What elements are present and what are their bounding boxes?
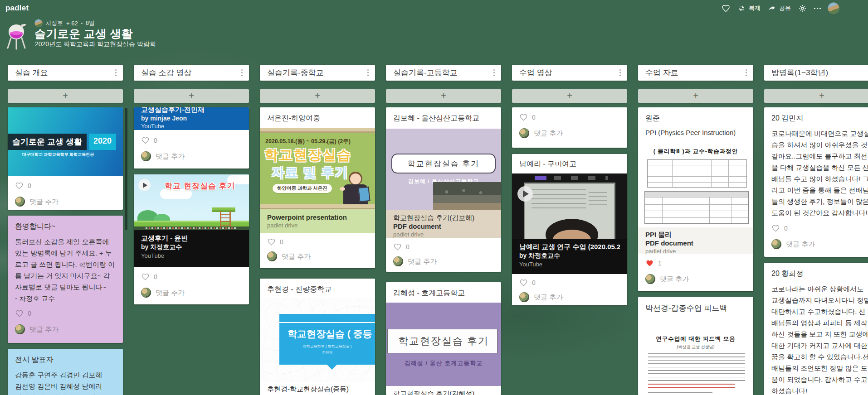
column-menu-icon[interactable] <box>492 67 497 78</box>
column-title: 수업 영상 <box>519 67 618 78</box>
attachment-preview[interactable]: 학교현장실습 후기 김혜성 / 울산 호계고등학교 <box>386 303 501 386</box>
slide-block: 학교현장실습 ( 중등 과학교육학부 ( 화학교육전공 ) 추현경 <box>279 314 375 365</box>
play-icon[interactable] <box>138 179 151 191</box>
add-post-button[interactable]: + <box>260 89 375 103</box>
banner-title: 슬기로운 교생 생활 <box>8 134 87 150</box>
column-header-overview[interactable]: 실습 개요 <box>8 65 123 81</box>
attachment-title: PPI 물리 <box>645 231 746 239</box>
heart-icon[interactable] <box>141 273 150 281</box>
add-comment-button[interactable]: 댓글 추가 <box>645 274 746 284</box>
add-comment-button[interactable]: 댓글 추가 <box>393 256 494 266</box>
attachment-preview[interactable]: 학교현장실습 후기 김보혜 / 울산삼산고등학교 <box>386 129 501 210</box>
card-video-jeonminjae[interactable]: 교생실습후기-전민재 by minjae Jeon YouTube 0 댓글 추… <box>134 107 249 169</box>
card-kimhyesung[interactable]: 김혜성 - 호계고등학교 학교현장실습 후기 김혜성 / 울산 호계고등학교 학… <box>386 282 501 395</box>
share-button[interactable]: 공유 <box>768 4 791 13</box>
column-menu-icon[interactable] <box>113 67 118 78</box>
column-menu-icon[interactable] <box>366 67 371 78</box>
author-avatar[interactable] <box>35 19 42 27</box>
add-post-button[interactable]: + <box>512 89 627 103</box>
card-intro-banner[interactable]: 슬기로운 교생 생활 2020 대구대학교 과학교육학부 화학교육전공 0 댓글… <box>8 107 123 210</box>
add-comment-button[interactable]: 댓글 추가 <box>771 239 868 249</box>
add-comment-button[interactable]: 댓글 추가 <box>519 292 620 302</box>
attachment-caption[interactable]: 학교현장실습 후기(김보혜) PDF document padlet drive <box>386 210 501 238</box>
add-comment-button[interactable]: 댓글 추가 <box>15 324 116 334</box>
heart-icon[interactable] <box>519 113 528 121</box>
attachment-caption[interactable]: 추현경-학교현장실습(중등) <box>260 382 375 395</box>
add-comment-button[interactable]: 댓글 추가 <box>519 128 620 138</box>
add-comment-button[interactable]: 댓글 추가 <box>267 251 368 261</box>
card-presenters[interactable]: 전시 발표자 강동훈 구연주 김경민 김보혜 김선영 김은비 김혜성 남예리 박… <box>8 349 123 395</box>
add-post-button[interactable]: + <box>134 89 249 103</box>
heart-icon[interactable] <box>141 136 150 145</box>
card-wonjun[interactable]: 원준 PPI (Physics Peer Instruction) ( 물리학Ⅱ… <box>638 107 753 291</box>
heart-icon[interactable] <box>15 182 24 190</box>
add-comment-button[interactable]: 댓글 추가 <box>141 151 242 161</box>
heart-icon[interactable] <box>393 243 402 251</box>
column-menu-icon[interactable] <box>744 67 749 78</box>
card-video-yoonbin[interactable]: 학교 현장실습 후기 교생후기 - 윤빈 by 차정호교수 YouTube 0 … <box>134 174 249 304</box>
post-body: 코로나라는 아쉬운 상황에서도 교생실습까지 다녀오시다니 정말 대단하시고 수… <box>764 280 868 395</box>
column-header-lessonvideos[interactable]: 수업 영상 <box>512 65 627 81</box>
preview-title-line2: 자료 및 후기 <box>272 164 349 181</box>
attachment-preview[interactable]: 연구수업에 대한 피드백 모음 (박선경 교생 선생님) <box>638 319 753 395</box>
card-likes-only[interactable]: 0 댓글 추가 <box>512 107 627 148</box>
column-title: 수업 자료 <box>645 67 744 78</box>
attachment-preview[interactable]: 2020.05.18.(월) ~ 05.29.(금) (2주) 학교현장실습 자… <box>260 128 375 209</box>
video-thumbnail[interactable] <box>512 173 627 239</box>
add-comment-button[interactable]: 댓글 추가 <box>15 197 116 207</box>
padlet-logo[interactable]: padlet <box>5 4 29 13</box>
add-post-button[interactable]: + <box>8 89 123 103</box>
heart-icon[interactable] <box>519 279 528 287</box>
contributor-count[interactable]: + 62 <box>66 20 78 27</box>
add-post-button[interactable]: + <box>638 89 753 103</box>
settings-gear-icon[interactable] <box>798 4 807 13</box>
post-title: 김보혜 - 울산삼산고등학교 <box>386 107 501 125</box>
card-parksunkyung[interactable]: 박선경-갑종수업 피드백 연구수업에 대한 피드백 모음 (박선경 교생 선생님… <box>638 297 753 395</box>
play-icon[interactable] <box>517 186 533 202</box>
card-namyeri[interactable]: 남예리 - 구미여고 남예리 교생 연구 수업 (2020.05.21 구미… … <box>512 154 627 305</box>
card-kimbohye[interactable]: 김보혜 - 울산삼산고등학교 학교현장실습 후기 김보혜 / 울산삼산고등학교 … <box>386 107 501 272</box>
add-post-button[interactable]: + <box>764 89 868 103</box>
attachment-caption[interactable]: 학교현장실습 후기(김혜성) <box>386 386 501 395</box>
heart-icon-filled[interactable] <box>645 259 654 267</box>
user-avatar[interactable] <box>828 3 839 14</box>
post-title: 추현경 - 진량중학교 <box>260 279 375 296</box>
card-guestbook-hwanghuijeong[interactable]: 20 황희정 코로나라는 아쉬운 상황에서도 교생실습까지 다녀오시다니 정말 … <box>764 263 868 395</box>
attachment-title: 학교현장실습 후기(김보혜) <box>393 214 494 222</box>
attachment-caption[interactable]: Powerpoint presentation padlet drive <box>260 209 375 233</box>
youtube-caption[interactable]: 교생실습후기-전민재 by minjae Jeon YouTube <box>134 107 249 130</box>
attachment-filetype: PDF document <box>645 239 746 247</box>
card-welcome[interactable]: 환영합니다~ 둘러보신 소감을 제일 오른쪽에 있는 방명록에 남겨 주세요. … <box>8 216 123 343</box>
attachment-caption[interactable]: PPI 물리 PDF document padlet drive <box>638 227 753 254</box>
add-comment-label: 댓글 추가 <box>534 293 563 302</box>
youtube-caption[interactable]: 교생후기 - 윤빈 by 차정호교수 YouTube <box>134 230 249 267</box>
heart-icon[interactable] <box>771 224 780 232</box>
column-menu-icon[interactable] <box>618 67 623 78</box>
add-post-button[interactable]: + <box>386 89 501 103</box>
video-author: by 차정호교수 <box>141 243 242 251</box>
column-header-videos[interactable]: 실습 소감 영상 <box>134 65 249 81</box>
post-title: 환영합니다~ <box>8 216 123 233</box>
card-seoeunjin[interactable]: 서은진-하양여중 2020.05.18.(월) ~ 05.29.(금) (2주)… <box>260 107 375 268</box>
attachment-preview[interactable]: ( 물리학Ⅱ )과 교수-학습과정안 <box>638 141 753 227</box>
column-header-materials[interactable]: 수업 자료 <box>638 65 753 81</box>
attachment-preview[interactable]: 학교현장실습 ( 중등 과학교육학부 ( 화학교육전공 ) 추현경 <box>260 298 375 382</box>
like-board-icon[interactable] <box>722 4 730 13</box>
duplicate-button[interactable]: 복제 <box>737 4 761 13</box>
heart-icon[interactable] <box>15 309 24 318</box>
add-comment-button[interactable]: 댓글 추가 <box>141 288 242 298</box>
column-menu-icon[interactable] <box>239 67 244 78</box>
card-guestbook-kimminji[interactable]: 20 김민지 코로나때문에 비대면으로 교생실습을 하셔서 많이 아쉬우셨을 것… <box>764 107 868 257</box>
column-scrollbar[interactable] <box>125 108 127 230</box>
column-header-guestbook[interactable]: 방명록(1~3학년) <box>764 65 868 81</box>
column-header-middleschool[interactable]: 실습기록-중학교 <box>260 65 375 81</box>
document-text-lines <box>648 353 745 383</box>
board-flask-icon <box>5 21 28 50</box>
more-options-icon[interactable] <box>814 8 821 9</box>
youtube-caption[interactable]: 남예리 교생 연구 수업 (2020.05.21 구미… by 차정호교수 Yo… <box>512 239 627 274</box>
intro-banner-image[interactable]: 슬기로운 교생 생활 2020 대구대학교 과학교육학부 화학교육전공 <box>8 107 123 176</box>
card-choohyunkyung[interactable]: 추현경 - 진량중학교 학교현장실습 ( 중등 과학교육학부 ( 화학교육전공 … <box>260 279 375 395</box>
video-thumbnail[interactable]: 학교 현장실습 후기 <box>134 174 249 230</box>
column-header-highschool[interactable]: 실습기록-고등학교 <box>386 65 501 81</box>
heart-icon[interactable] <box>267 238 276 246</box>
